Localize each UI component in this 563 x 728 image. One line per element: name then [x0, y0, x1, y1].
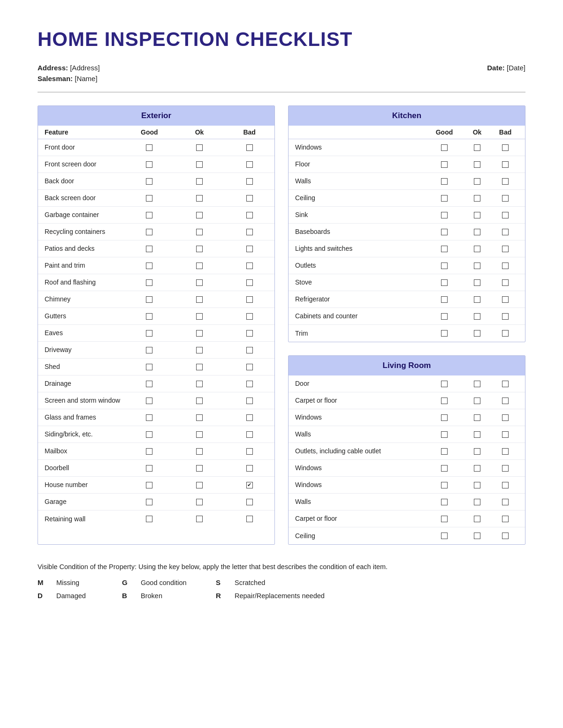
checkbox[interactable]	[502, 296, 509, 303]
checkbox[interactable]	[246, 465, 253, 472]
checkbox[interactable]	[196, 482, 203, 488]
checkbox[interactable]	[196, 195, 203, 202]
checkbox[interactable]	[246, 330, 253, 337]
checkbox[interactable]	[196, 144, 203, 151]
checkbox[interactable]	[246, 279, 253, 286]
checkbox[interactable]	[196, 263, 203, 269]
checkbox[interactable]	[502, 212, 509, 218]
checkbox[interactable]	[441, 178, 448, 185]
checkbox[interactable]	[502, 482, 509, 488]
checkbox[interactable]	[474, 246, 480, 252]
checkbox[interactable]	[441, 144, 448, 151]
checkbox[interactable]	[502, 330, 509, 337]
checkbox[interactable]	[146, 279, 152, 286]
checkbox[interactable]	[474, 499, 480, 505]
checkbox[interactable]	[441, 296, 448, 303]
checkbox[interactable]	[441, 431, 448, 438]
checkbox[interactable]	[502, 279, 509, 286]
checkbox[interactable]	[474, 229, 480, 235]
checkbox[interactable]	[196, 431, 203, 438]
checkbox[interactable]	[474, 398, 480, 404]
checkbox[interactable]	[474, 431, 480, 438]
checkbox[interactable]	[196, 499, 203, 505]
checkbox[interactable]	[441, 246, 448, 252]
checkbox[interactable]	[502, 161, 509, 168]
checkbox[interactable]	[474, 195, 480, 202]
checkbox[interactable]	[502, 246, 509, 252]
checkbox[interactable]	[146, 229, 152, 235]
checkbox[interactable]	[474, 482, 480, 488]
checkbox[interactable]	[474, 448, 480, 455]
checkbox[interactable]	[502, 313, 509, 320]
checkbox[interactable]	[502, 516, 509, 522]
checkbox[interactable]	[146, 263, 152, 269]
checkbox[interactable]	[502, 398, 509, 404]
checkbox[interactable]	[441, 229, 448, 235]
checkbox[interactable]	[474, 381, 480, 387]
checkbox[interactable]	[246, 296, 253, 303]
checkbox[interactable]	[502, 499, 509, 505]
checkbox[interactable]	[246, 381, 253, 387]
checkbox[interactable]	[196, 364, 203, 370]
checkbox[interactable]	[146, 212, 152, 218]
checkbox[interactable]	[246, 161, 253, 168]
checkbox[interactable]	[146, 516, 152, 522]
checkbox[interactable]	[474, 465, 480, 472]
checkbox[interactable]	[474, 279, 480, 286]
checkbox[interactable]	[146, 313, 152, 320]
checkbox[interactable]	[474, 533, 480, 539]
checkbox[interactable]	[441, 533, 448, 539]
checkbox[interactable]	[441, 381, 448, 387]
checkbox[interactable]	[146, 482, 152, 488]
checkbox[interactable]	[146, 347, 152, 353]
checkbox[interactable]	[474, 313, 480, 320]
checkbox[interactable]	[474, 330, 480, 337]
checkbox[interactable]	[196, 229, 203, 235]
checkbox[interactable]	[246, 144, 253, 151]
checkbox[interactable]	[441, 465, 448, 472]
checkbox[interactable]	[246, 431, 253, 438]
checkbox[interactable]	[502, 465, 509, 472]
checkbox[interactable]	[441, 414, 448, 421]
checkbox[interactable]	[146, 178, 152, 185]
checkbox[interactable]	[441, 499, 448, 505]
checkbox[interactable]	[474, 161, 480, 168]
checkbox[interactable]	[196, 516, 203, 522]
checkbox[interactable]	[474, 144, 480, 151]
checkbox[interactable]	[196, 279, 203, 286]
checkbox[interactable]	[246, 364, 253, 370]
checkbox[interactable]	[474, 178, 480, 185]
checkbox[interactable]	[441, 212, 448, 218]
checkbox[interactable]	[196, 178, 203, 185]
checkbox[interactable]	[146, 330, 152, 337]
checkbox[interactable]	[246, 263, 253, 269]
checkbox[interactable]	[196, 381, 203, 387]
checkbox[interactable]	[441, 330, 448, 337]
checkbox[interactable]	[196, 212, 203, 218]
checkbox[interactable]	[502, 195, 509, 202]
checkbox[interactable]	[246, 414, 253, 421]
checkbox[interactable]	[196, 161, 203, 168]
checkbox[interactable]	[246, 195, 253, 202]
checkbox[interactable]	[441, 448, 448, 455]
checkbox[interactable]	[474, 296, 480, 303]
checkbox[interactable]	[146, 296, 152, 303]
checkbox[interactable]	[474, 414, 480, 421]
checkbox[interactable]	[196, 330, 203, 337]
checkbox[interactable]	[441, 195, 448, 202]
checkbox[interactable]	[196, 448, 203, 455]
checkbox[interactable]	[474, 212, 480, 218]
checkbox[interactable]	[196, 296, 203, 303]
checkbox[interactable]	[246, 499, 253, 505]
checkbox[interactable]	[441, 516, 448, 522]
checkbox[interactable]	[246, 229, 253, 235]
checkbox[interactable]	[246, 482, 253, 488]
checkbox[interactable]	[146, 398, 152, 404]
checkbox[interactable]	[502, 263, 509, 269]
checkbox[interactable]	[196, 246, 203, 252]
checkbox[interactable]	[474, 263, 480, 269]
checkbox[interactable]	[246, 398, 253, 404]
checkbox[interactable]	[502, 381, 509, 387]
checkbox[interactable]	[246, 246, 253, 252]
checkbox[interactable]	[246, 516, 253, 522]
